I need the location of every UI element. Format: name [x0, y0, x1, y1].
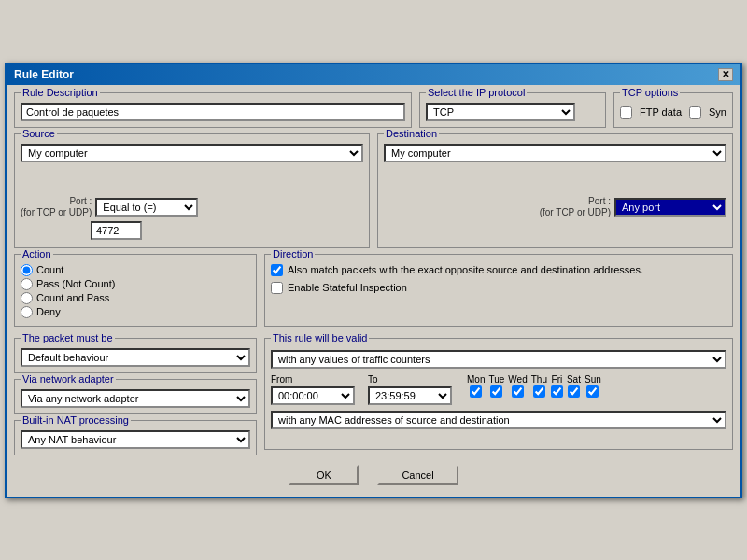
day-tue-checkbox[interactable] — [490, 385, 502, 398]
action-deny-radio[interactable] — [21, 306, 33, 318]
day-thu: Thu — [531, 374, 547, 398]
buttons-row: OK Cancel — [14, 461, 733, 489]
tcp-options-inner: FTP data Syn — [620, 106, 726, 119]
action-deny-row: Deny — [21, 306, 250, 318]
destination-port-row: Port : (for TCP or UDP) Any port Equal t… — [384, 196, 726, 218]
stateful-label: Enable Stateful Inspection — [288, 282, 407, 293]
source-group: Source My computer Port : (for TCP or UD… — [14, 133, 370, 248]
to-label: To — [368, 374, 452, 385]
network-adapter-group: Via network adapter Via any network adap… — [14, 379, 257, 414]
packet-label: The packet must be — [21, 332, 115, 343]
action-deny-label: Deny — [36, 306, 61, 317]
action-count-row: Count — [21, 264, 250, 276]
day-fri: Fri — [551, 374, 563, 398]
network-adapter-select[interactable]: Via any network adapter — [21, 389, 250, 408]
opposite-label: Also match packets with the exact opposi… — [288, 264, 643, 275]
day-sat: Sat — [567, 374, 581, 398]
ftp-data-label: FTP data — [640, 106, 682, 118]
rule-description-input[interactable]: Control de paquetes — [21, 103, 405, 121]
close-button[interactable]: ✕ — [718, 68, 733, 81]
traffic-select[interactable]: with any values of traffic counters with… — [271, 350, 726, 369]
action-options: Count Pass (Not Count) Count and Pass De… — [21, 264, 250, 318]
destination-label: Destination — [384, 128, 439, 139]
day-wed-checkbox[interactable] — [512, 385, 524, 398]
day-wed: Wed — [508, 374, 527, 398]
from-group: From 00:00:00 — [271, 374, 355, 405]
nat-select[interactable]: Any NAT behaviour No NAT Force NAT — [21, 430, 250, 449]
source-select[interactable]: My computer — [21, 144, 363, 162]
to-group: To 23:59:59 — [368, 374, 452, 405]
day-mon: Mon — [467, 374, 485, 398]
action-label: Action — [21, 248, 53, 259]
nat-label: Built-in NAT processing — [21, 414, 131, 426]
day-fri-checkbox[interactable] — [551, 385, 563, 398]
packet-select[interactable]: Default behaviour Fragmented Not fragmen… — [21, 348, 250, 367]
action-pass-label: Pass (Not Count) — [36, 278, 115, 289]
ip-protocol-label: Select the IP protocol — [426, 87, 527, 98]
syn-checkbox[interactable] — [689, 106, 701, 119]
rule-editor-dialog: Rule Editor ✕ Rule Description Control d… — [5, 63, 742, 498]
cancel-button[interactable]: Cancel — [377, 465, 458, 485]
network-adapter-label: Via network adapter — [21, 373, 116, 385]
days-group: Mon Tue Wed — [467, 374, 601, 398]
action-count-radio[interactable] — [21, 264, 33, 276]
day-mon-checkbox[interactable] — [470, 385, 482, 398]
packet-group: The packet must be Default behaviour Fra… — [14, 338, 257, 373]
ftp-data-checkbox[interactable] — [620, 106, 632, 119]
action-count-label: Count — [36, 264, 63, 275]
ip-protocol-group: Select the IP protocol TCP UDP ICMP Any — [419, 92, 606, 128]
direction-group: Direction Also match packets with the ex… — [264, 254, 733, 327]
opposite-checkbox[interactable] — [271, 264, 283, 276]
ip-protocol-select[interactable]: TCP UDP ICMP Any — [426, 103, 575, 121]
stateful-checkbox[interactable] — [271, 282, 283, 294]
action-count-pass-label: Count and Pass — [36, 292, 109, 303]
destination-port-label: Port : (for TCP or UDP) — [540, 196, 611, 218]
rule-description-label: Rule Description — [21, 87, 100, 98]
tcp-options-label: TCP options — [620, 87, 680, 98]
to-select[interactable]: 23:59:59 — [368, 386, 452, 405]
syn-label: Syn — [709, 106, 726, 118]
action-direction-row: Action Count Pass (Not Count) Count and … — [14, 254, 733, 332]
valid-group: This rule will be valid with any values … — [264, 338, 733, 450]
stateful-row: Enable Stateful Inspection — [271, 282, 726, 294]
from-to-days-row: From 00:00:00 To 23:59:59 — [271, 374, 726, 405]
day-sun: Sun — [585, 374, 601, 398]
top-row: Rule Description Control de paquetes Sel… — [14, 92, 733, 128]
day-tue: Tue — [488, 374, 504, 398]
title-bar: Rule Editor ✕ — [7, 64, 740, 85]
source-dest-row: Source My computer Port : (for TCP or UD… — [14, 133, 733, 248]
source-port-label: Port : (for TCP or UDP) — [21, 196, 92, 218]
source-port-row: Port : (for TCP or UDP) Equal to (=) Not… — [21, 196, 363, 218]
from-label: From — [271, 374, 355, 385]
action-pass-radio[interactable] — [21, 278, 33, 290]
direction-content: Also match packets with the exact opposi… — [271, 264, 726, 294]
mac-row: with any MAC addresses of source and des… — [271, 411, 726, 429]
dialog-body: Rule Description Control de paquetes Sel… — [7, 85, 740, 497]
bottom-section-row: The packet must be Default behaviour Fra… — [14, 338, 733, 455]
ok-button[interactable]: OK — [289, 465, 359, 485]
from-select[interactable]: 00:00:00 — [271, 386, 355, 405]
rule-description-group: Rule Description Control de paquetes — [14, 92, 412, 128]
destination-group: Destination My computer Port : (for TCP … — [377, 133, 733, 248]
day-sun-checkbox[interactable] — [586, 385, 599, 398]
action-group: Action Count Pass (Not Count) Count and … — [14, 254, 257, 327]
nat-group: Built-in NAT processing Any NAT behaviou… — [14, 420, 257, 455]
source-port-equal-select[interactable]: Equal to (=) Not equal to Less than Grea… — [95, 198, 198, 217]
destination-select[interactable]: My computer — [384, 144, 726, 162]
destination-port-equal-select[interactable]: Any port Equal to (=) Not equal to — [614, 198, 726, 217]
left-controls: The packet must be Default behaviour Fra… — [14, 338, 257, 455]
action-count-pass-row: Count and Pass — [21, 292, 250, 304]
direction-label: Direction — [271, 248, 315, 259]
source-label: Source — [21, 128, 57, 139]
valid-label: This rule will be valid — [271, 332, 369, 343]
opposite-row: Also match packets with the exact opposi… — [271, 264, 726, 276]
dialog-title: Rule Editor — [14, 68, 74, 81]
valid-content: with any values of traffic counters with… — [271, 350, 726, 429]
action-count-pass-radio[interactable] — [21, 292, 33, 304]
day-sat-checkbox[interactable] — [568, 385, 580, 398]
action-pass-row: Pass (Not Count) — [21, 278, 250, 290]
mac-select[interactable]: with any MAC addresses of source and des… — [271, 411, 726, 429]
day-thu-checkbox[interactable] — [533, 385, 545, 398]
tcp-options-group: TCP options FTP data Syn — [613, 92, 733, 128]
source-port-input[interactable] — [91, 221, 142, 240]
